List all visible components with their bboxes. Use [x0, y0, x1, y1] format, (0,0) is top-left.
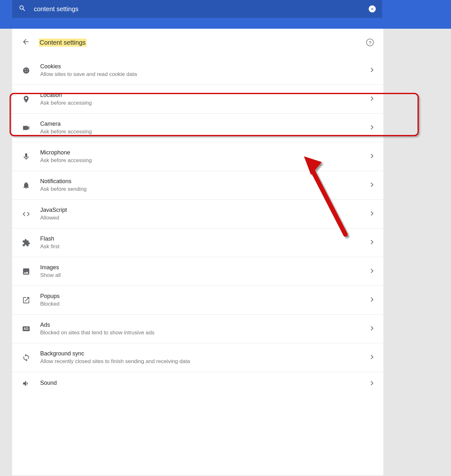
row-text: Ads Blocked on sites that tend to show i… [40, 322, 371, 336]
bell-icon [22, 181, 31, 190]
sync-icon [22, 353, 31, 362]
row-flash[interactable]: Flash Ask first [12, 228, 383, 257]
image-icon [22, 267, 31, 276]
chevron-right-icon [371, 96, 374, 102]
row-text: Flash Ask first [40, 235, 371, 250]
chevron-right-icon [371, 182, 374, 188]
sound-icon [22, 379, 31, 388]
row-notifications[interactable]: Notifications Ask before sending [12, 171, 383, 200]
search-icon [18, 4, 26, 13]
row-title: Popups [40, 293, 371, 300]
svg-point-0 [23, 67, 29, 74]
row-sound[interactable]: Sound [12, 372, 383, 395]
row-sub: Blocked [40, 301, 371, 307]
ad-icon: AD [22, 324, 31, 333]
row-images[interactable]: Images Show all [12, 257, 383, 286]
row-text: Microphone Ask before accessing [40, 149, 371, 164]
row-ads[interactable]: AD Ads Blocked on sites that tend to sho… [12, 315, 383, 343]
row-title: Ads [40, 322, 371, 328]
row-text: Notifications Ask before sending [40, 178, 371, 192]
row-sub: Ask before sending [40, 186, 371, 192]
chevron-right-icon [371, 326, 374, 331]
row-text: Sound [40, 380, 371, 388]
microphone-icon [22, 152, 31, 161]
row-background-sync[interactable]: Background sync Allow recently closed si… [12, 343, 383, 372]
chevron-right-icon [371, 211, 374, 217]
camera-icon [22, 123, 31, 132]
settings-panel: Content settings ? Cookies Allow sites t… [12, 29, 383, 475]
row-title: Location [40, 92, 371, 99]
svg-point-1 [25, 69, 26, 70]
row-javascript[interactable]: JavaScript Allowed [12, 200, 383, 228]
chevron-right-icon [371, 240, 374, 245]
row-camera[interactable]: Camera Ask before accessing [12, 114, 383, 142]
chevron-right-icon [371, 381, 374, 386]
location-icon [22, 95, 31, 104]
settings-list: Cookies Allow sites to save and read coo… [12, 56, 383, 395]
clear-search-button[interactable] [369, 5, 376, 12]
row-text: Location Ask before accessing [40, 92, 371, 106]
row-text: JavaScript Allowed [40, 207, 371, 221]
row-location[interactable]: Location Ask before accessing [12, 85, 383, 114]
row-text: Popups Blocked [40, 293, 371, 307]
header-left: Content settings [22, 38, 86, 47]
row-sub: Ask first [40, 243, 371, 250]
row-sub: Allow sites to save and read cookie data [40, 71, 371, 78]
row-title: Cookies [40, 63, 371, 70]
chevron-right-icon [371, 154, 374, 159]
svg-point-2 [27, 69, 28, 70]
row-text: Cookies Allow sites to save and read coo… [40, 63, 371, 78]
row-sub: Ask before accessing [40, 100, 371, 106]
row-title: Notifications [40, 178, 371, 185]
row-sub: Blocked on sites that tend to show intru… [40, 330, 371, 336]
content-area: Content settings ? Cookies Allow sites t… [0, 29, 451, 475]
chevron-right-icon [371, 269, 374, 274]
row-popups[interactable]: Popups Blocked [12, 286, 383, 315]
row-sub: Show all [40, 272, 371, 279]
row-cookies[interactable]: Cookies Allow sites to save and read coo… [12, 56, 383, 85]
row-title: Microphone [40, 149, 371, 156]
search-left: content settings [18, 4, 78, 13]
row-title: JavaScript [40, 207, 371, 213]
row-title: Images [40, 264, 371, 271]
chevron-right-icon [371, 355, 374, 360]
row-sub: Allow recently closed sites to finish se… [40, 358, 371, 365]
row-title: Camera [40, 121, 371, 127]
top-bar: content settings [0, 0, 451, 29]
row-sub: Ask before accessing [40, 157, 371, 164]
row-title: Background sync [40, 350, 371, 357]
puzzle-icon [22, 238, 31, 247]
row-text: Images Show all [40, 264, 371, 279]
row-title: Flash [40, 235, 371, 242]
row-sub: Allowed [40, 215, 371, 221]
chevron-right-icon [371, 297, 374, 303]
chevron-right-icon [371, 125, 374, 130]
page-title: Content settings [39, 39, 86, 47]
row-text: Camera Ask before accessing [40, 121, 371, 135]
svg-point-3 [25, 71, 26, 72]
row-title: Sound [40, 380, 371, 386]
row-microphone[interactable]: Microphone Ask before accessing [12, 142, 383, 171]
cookie-icon [22, 66, 31, 75]
popup-icon [22, 296, 31, 305]
code-icon [22, 210, 31, 219]
panel-header: Content settings ? [12, 29, 383, 56]
help-button[interactable]: ? [366, 39, 374, 46]
search-bar[interactable]: content settings [12, 0, 382, 18]
search-input-text[interactable]: content settings [34, 5, 78, 13]
row-text: Background sync Allow recently closed si… [40, 350, 371, 365]
chevron-right-icon [371, 68, 374, 73]
svg-point-4 [27, 71, 27, 72]
back-button[interactable] [22, 38, 30, 47]
row-sub: Ask before accessing [40, 129, 371, 135]
